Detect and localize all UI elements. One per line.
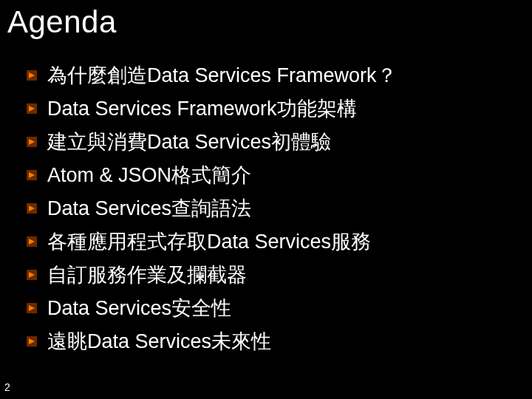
agenda-list: 為什麼創造Data Services Framework？ Data Servi…	[27, 62, 517, 361]
slide: Agenda 為什麼創造Data Services Framework？ Dat…	[0, 0, 532, 399]
list-item-text: Data Services Framework功能架構	[47, 95, 357, 122]
list-item: 遠眺Data Services未來性	[27, 328, 517, 355]
list-item: 建立與消費Data Services初體驗	[27, 129, 517, 155]
list-item-text: 遠眺Data Services未來性	[47, 328, 271, 355]
list-item-text: Data Services安全性	[47, 295, 231, 321]
list-item: Data Services安全性	[27, 295, 517, 321]
bullet-icon	[27, 236, 37, 247]
bullet-icon	[27, 303, 37, 313]
list-item-text: Atom & JSON格式簡介	[47, 162, 251, 188]
bullet-icon	[27, 203, 37, 214]
bullet-icon	[27, 336, 37, 347]
list-item-text: 各種應用程式存取Data Services服務	[47, 228, 371, 255]
bullet-icon	[27, 137, 37, 147]
bullet-icon	[27, 170, 37, 180]
list-item: Atom & JSON格式簡介	[27, 162, 517, 188]
list-item: Data Services Framework功能架構	[27, 95, 517, 122]
list-item-text: Data Services查詢語法	[47, 195, 251, 222]
bullet-icon	[27, 103, 37, 114]
list-item: 自訂服務作業及攔截器	[27, 262, 517, 288]
list-item-text: 為什麼創造Data Services Framework？	[47, 62, 397, 89]
page-title: Agenda	[7, 4, 117, 40]
list-item: 各種應用程式存取Data Services服務	[27, 228, 517, 255]
list-item: Data Services查詢語法	[27, 195, 517, 222]
list-item-text: 建立與消費Data Services初體驗	[47, 129, 331, 155]
list-item-text: 自訂服務作業及攔截器	[47, 262, 247, 288]
list-item: 為什麼創造Data Services Framework？	[27, 62, 517, 89]
page-number: 2	[4, 381, 10, 393]
bullet-icon	[27, 270, 37, 280]
bullet-icon	[27, 70, 37, 81]
